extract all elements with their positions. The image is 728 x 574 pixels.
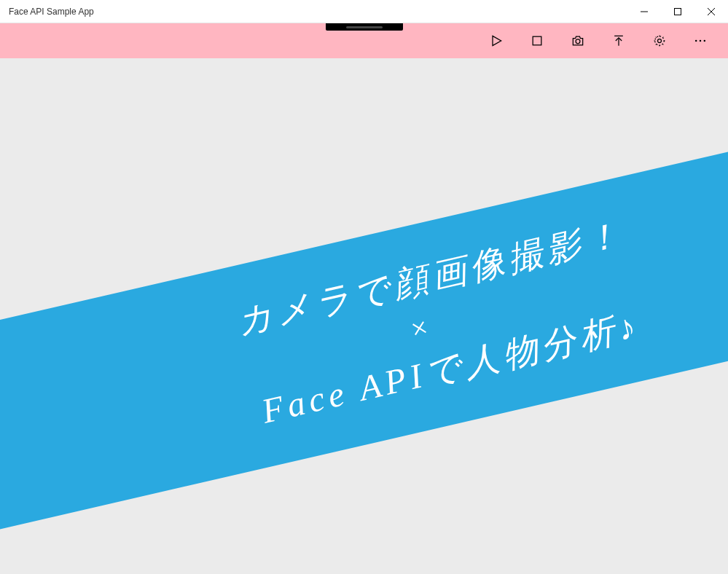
webcam-indicator bbox=[326, 23, 403, 31]
content-area: カメラで顔画像撮影！ × Face APIで人物分析♪ bbox=[0, 58, 728, 574]
upload-icon bbox=[611, 34, 626, 48]
more-icon bbox=[693, 34, 708, 48]
maximize-icon bbox=[674, 8, 681, 15]
play-button[interactable] bbox=[476, 23, 517, 58]
svg-point-11 bbox=[700, 40, 702, 42]
minimize-icon bbox=[641, 8, 648, 15]
window-title: Face API Sample App bbox=[9, 7, 94, 17]
stop-button[interactable] bbox=[517, 23, 557, 58]
play-icon bbox=[489, 34, 504, 48]
minimize-button[interactable] bbox=[627, 0, 661, 23]
gear-icon bbox=[652, 34, 667, 48]
svg-point-5 bbox=[576, 39, 580, 44]
promo-banner: カメラで顔画像撮影！ × Face APIで人物分析♪ bbox=[0, 109, 728, 546]
svg-rect-1 bbox=[675, 8, 681, 15]
svg-point-8 bbox=[658, 39, 662, 43]
maximize-button[interactable] bbox=[661, 0, 694, 23]
svg-point-10 bbox=[695, 40, 697, 42]
stop-icon bbox=[530, 34, 544, 48]
more-button[interactable] bbox=[680, 23, 721, 58]
camera-button[interactable] bbox=[557, 23, 598, 58]
camera-icon bbox=[571, 34, 585, 48]
upload-button[interactable] bbox=[598, 23, 639, 58]
titlebar: Face API Sample App bbox=[0, 0, 728, 23]
svg-rect-4 bbox=[533, 36, 541, 45]
banner-separator: × bbox=[406, 309, 433, 347]
app-toolbar bbox=[0, 23, 728, 58]
svg-point-12 bbox=[704, 40, 706, 42]
close-button[interactable] bbox=[694, 0, 728, 23]
close-icon bbox=[708, 8, 715, 15]
window-controls bbox=[627, 0, 728, 23]
settings-button[interactable] bbox=[639, 23, 680, 58]
